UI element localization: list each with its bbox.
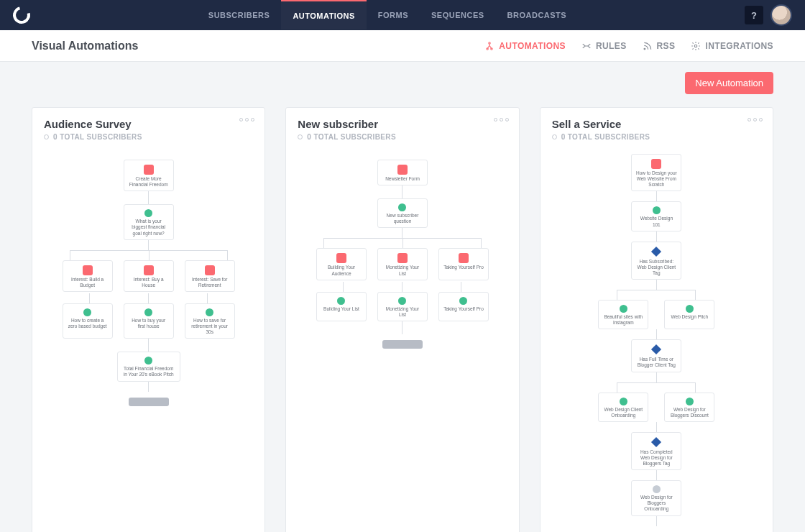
flow-node-sequence: How to buy your first house bbox=[124, 303, 174, 339]
flow-node-sequence: How to save for retirement in your 30s bbox=[185, 303, 235, 339]
flow-node-tag: Monetizing Your List bbox=[377, 248, 428, 280]
card-menu-icon[interactable] bbox=[494, 118, 509, 121]
new-automation-button[interactable]: New Automation bbox=[685, 72, 773, 94]
node-label: Web Design Pitch bbox=[671, 314, 709, 319]
flow-node-sequence: How to create a zero based budget bbox=[63, 303, 113, 339]
flow-node-sequence: Building Your List bbox=[316, 292, 367, 321]
nav-automations[interactable]: AUTOMATIONS bbox=[281, 0, 366, 29]
automation-card[interactable]: Audience Survey 0 TOTAL SUBSCRIBERS Crea… bbox=[32, 107, 265, 532]
node-label: Interest: Build a Budget bbox=[71, 277, 104, 288]
subtab-label: INTEGRATIONS bbox=[705, 41, 773, 51]
node-label: Building Your List bbox=[323, 306, 359, 311]
flow-node-tag: Building Your Audience bbox=[316, 248, 367, 280]
logo-icon bbox=[13, 6, 30, 24]
flow-node-tag: Interest: Build a Budget bbox=[63, 260, 113, 292]
flow-node-form: Create More Financial Freedom bbox=[124, 160, 174, 191]
status-dot-icon bbox=[552, 134, 557, 139]
flow-node-event: What is your biggest financial goal righ… bbox=[124, 204, 174, 239]
sequence-circle-icon bbox=[398, 297, 406, 305]
top-nav: SUBSCRIBERS AUTOMATIONS FORMS SEQUENCES … bbox=[0, 0, 805, 30]
automation-card[interactable]: New subscriber 0 TOTAL SUBSCRIBERS Newsl… bbox=[285, 107, 519, 532]
help-button[interactable]: ? bbox=[745, 6, 763, 24]
flow-node-sequence: Taking Yourself Pro bbox=[438, 292, 489, 321]
card-menu-icon[interactable] bbox=[748, 118, 763, 121]
node-label: Monetizing Your List bbox=[386, 265, 419, 275]
node-label: How to Design your Web Website From Scra… bbox=[636, 170, 677, 187]
subtab-rss[interactable]: RSS bbox=[643, 41, 676, 51]
card-title: New subscriber bbox=[298, 118, 507, 130]
svg-point-4 bbox=[695, 45, 698, 47]
card-head: New subscriber 0 TOTAL SUBSCRIBERS bbox=[286, 108, 518, 147]
form-chip-icon bbox=[397, 165, 408, 175]
rss-icon bbox=[643, 41, 653, 51]
subtab-rules[interactable]: RULES bbox=[581, 41, 627, 51]
svg-point-2 bbox=[491, 47, 492, 49]
nav-sequences[interactable]: SEQUENCES bbox=[420, 0, 496, 30]
tag-chip-icon bbox=[144, 265, 154, 275]
flow-node-tag: Taking Yourself Pro bbox=[438, 248, 489, 280]
node-label: Interest: Buy a House bbox=[134, 277, 164, 288]
flow-node-sequence: Web Design Client Onboarding bbox=[598, 393, 648, 422]
node-label: How to save for retirement in your 30s bbox=[191, 318, 228, 334]
nav-subscribers[interactable]: SUBSCRIBERS bbox=[197, 0, 282, 30]
condition-diamond-icon bbox=[651, 437, 661, 447]
action-row: New Automation bbox=[0, 62, 805, 94]
node-label: New subscriber question bbox=[387, 213, 419, 224]
node-label: Create More Financial Freedom bbox=[129, 176, 168, 187]
rules-icon bbox=[581, 41, 592, 51]
node-label: Taking Yourself Pro bbox=[443, 306, 484, 311]
tag-chip-icon bbox=[459, 253, 469, 263]
flow-node-tag: Interest: Buy a House bbox=[124, 260, 174, 292]
node-label: Beautiful sites with Instagram bbox=[604, 314, 643, 325]
card-head: Audience Survey 0 TOTAL SUBSCRIBERS bbox=[32, 108, 264, 147]
subtab-automations[interactable]: AUTOMATIONS bbox=[484, 41, 566, 51]
condition-diamond-icon bbox=[651, 247, 661, 257]
node-label: How to buy your first house bbox=[132, 318, 165, 329]
subtab-label: AUTOMATIONS bbox=[499, 41, 566, 51]
flow-canvas: How to Design your Web Website From Scra… bbox=[540, 147, 773, 532]
form-chip-icon bbox=[651, 159, 661, 169]
node-label: Has Full Time or Blogger Client Tag bbox=[638, 357, 676, 367]
flow-node-sequence: Monetizing Your List bbox=[377, 292, 428, 321]
card-subscribers: 0 TOTAL SUBSCRIBERS bbox=[552, 133, 761, 141]
node-label: Has Completed Web Design for Bloggers Ta… bbox=[640, 449, 673, 466]
flow-node-sequence: Web Design for Bloggers Onboarding bbox=[631, 480, 681, 515]
flow-node-condition: Has Completed Web Design for Bloggers Ta… bbox=[631, 432, 681, 470]
flow-node-sequence: Beautiful sites with Instagram bbox=[598, 300, 648, 329]
subtabs: AUTOMATIONS RULES RSS INTEGRATIONS bbox=[484, 41, 773, 51]
avatar[interactable] bbox=[770, 4, 792, 26]
nav-forms[interactable]: FORMS bbox=[367, 0, 420, 30]
event-circle-icon bbox=[398, 203, 406, 211]
flow-node-condition: Has Full Time or Blogger Client Tag bbox=[631, 339, 681, 372]
flow-endcap bbox=[382, 340, 423, 349]
node-label: How to create a zero based budget bbox=[68, 318, 107, 329]
automation-card[interactable]: Sell a Service 0 TOTAL SUBSCRIBERS How t… bbox=[540, 107, 773, 532]
node-label: Website Design 101 bbox=[640, 216, 673, 226]
sequence-circle-icon bbox=[620, 305, 627, 313]
flow-node-sequence: Website Design 101 bbox=[631, 201, 681, 231]
card-subscribers: 0 TOTAL SUBSCRIBERS bbox=[298, 133, 507, 141]
sequence-circle-icon bbox=[653, 485, 661, 493]
sequence-circle-icon bbox=[459, 297, 467, 305]
sequence-circle-icon bbox=[144, 308, 152, 316]
sequence-circle-icon bbox=[686, 398, 694, 405]
tag-chip-icon bbox=[205, 265, 215, 275]
subtab-label: RULES bbox=[596, 41, 627, 51]
nav-broadcasts[interactable]: BROADCASTS bbox=[496, 0, 579, 30]
page-title: Visual Automations bbox=[32, 40, 138, 52]
flow-endcap bbox=[129, 398, 169, 406]
form-chip-icon bbox=[144, 165, 154, 175]
tag-chip-icon bbox=[336, 253, 346, 263]
node-label: Web Design for Bloggers Discount bbox=[671, 407, 709, 418]
condition-diamond-icon bbox=[651, 344, 661, 354]
subtab-integrations[interactable]: INTEGRATIONS bbox=[691, 41, 773, 51]
flow-node-tag: Interest: Save for Retirement bbox=[185, 260, 235, 292]
flow-canvas: Create More Financial Freedom What is yo… bbox=[32, 147, 264, 532]
nav-right: ? bbox=[745, 4, 792, 26]
svg-point-1 bbox=[487, 47, 488, 49]
sequence-circle-icon bbox=[206, 308, 213, 316]
sequence-circle-icon bbox=[337, 297, 345, 305]
node-label: Building Your Audience bbox=[328, 265, 355, 275]
card-menu-icon[interactable] bbox=[239, 118, 254, 121]
sequence-circle-icon bbox=[653, 206, 661, 214]
